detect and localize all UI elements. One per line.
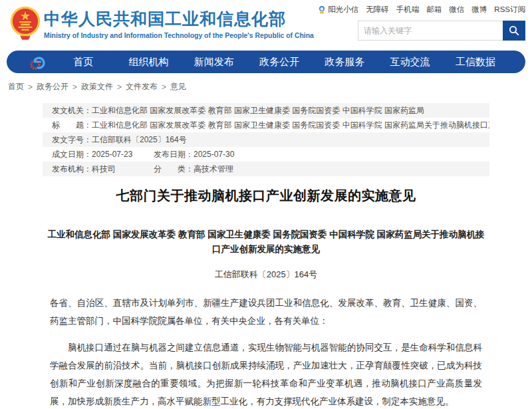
meta-label: 发文字号： <box>52 135 92 144</box>
document-container: 发文机关：工业和信息化部 国家发展改革委 教育部 国家卫生健康委 国务院国资委 … <box>43 103 489 409</box>
breadcrumb-separator: > <box>28 82 33 92</box>
utility-link-rss[interactable]: RSS订阅 <box>494 5 525 15</box>
site-title: 中华人民共和国工业和信息化部 <box>44 8 314 30</box>
paragraph-intro: 脑机接口通过在脑与机器之间建立信息通道，实现生物智能与机器智能的协同交互，是生命… <box>50 339 482 409</box>
meta-label: 分 类： <box>154 164 194 174</box>
meta-label: 发布日期： <box>154 150 194 159</box>
meta-label: 成文日期： <box>52 150 92 159</box>
nav-item-gov-disclosure[interactable]: 政务公开 <box>247 56 312 68</box>
breadcrumb-current-opinions: 意见 <box>170 81 186 92</box>
mascot-icon <box>318 5 326 14</box>
meta-value: 工业和信息化部 国家发展改革委 教育部 国家卫生健康委 国务院国资委 中国科学院… <box>92 120 489 130</box>
meta-row-issuing-authority: 发文机关：工业和信息化部 国家发展改革委 教育部 国家卫生健康委 国务院国资委 … <box>43 103 489 118</box>
meta-label: 标 题： <box>52 120 92 130</box>
header-utilities: 阳光小信 无障碍 手机端 邮箱 微信 微博 RSS订阅 <box>358 5 525 41</box>
meta-value: 2025-07-30 <box>194 150 234 159</box>
site-subtitle: Ministry of Industry and Information Tec… <box>44 32 314 39</box>
breadcrumb-home[interactable]: 首页 <box>8 81 24 92</box>
utility-link-mobile[interactable]: 手机端 <box>396 5 420 15</box>
document-title: 七部门关于推动脑机接口产业创新发展的实施意见 <box>43 187 489 205</box>
utility-links: 阳光小信 无障碍 手机端 邮箱 微信 微博 RSS订阅 <box>358 5 525 15</box>
breadcrumb-separator: > <box>162 82 166 92</box>
document-meta-table: 发文机关：工业和信息化部 国家发展改革委 教育部 国家卫生健康委 国务院国资委 … <box>43 103 489 176</box>
utility-link-sunshine[interactable]: 阳光小信 <box>318 5 358 15</box>
nav-item-news[interactable]: 新闻发布 <box>182 56 247 68</box>
document-number: 工信部联科〔2025〕164号 <box>43 269 489 281</box>
search-bar <box>358 21 525 41</box>
meta-value: 工信部联科〔2025〕164号 <box>92 135 187 144</box>
meta-row-title: 标 题：工业和信息化部 国家发展改革委 教育部 国家卫生健康委 国务院国资委 中… <box>43 118 489 132</box>
nav-item-interaction[interactable]: 互动交流 <box>377 56 442 68</box>
main-nav: 首页 组织机构 新闻发布 政务公开 政务服务 互动交流 工信数据 <box>7 51 525 73</box>
breadcrumb-gov-disclosure[interactable]: 政务公开 <box>37 81 68 92</box>
breadcrumb-separator: > <box>72 82 77 92</box>
site-header: 中华人民共和国工业和信息化部 Ministry of Industry and … <box>0 0 532 47</box>
meta-row-publisher-category: 发布机构：科技司分 类：高技术管理 <box>43 162 489 176</box>
meta-label: 发文机关： <box>52 106 92 115</box>
site-brand[interactable]: 中华人民共和国工业和信息化部 Ministry of Industry and … <box>44 8 314 39</box>
meta-row-dates: 成文日期：2025-07-23发布日期：2025-07-30 <box>43 147 489 162</box>
document-subtitle: 工业和信息化部 国家发展改革委 教育部 国家卫生健康委 国务院国资委 中国科学院… <box>43 227 489 257</box>
nav-item-home[interactable]: 首页 <box>51 56 116 68</box>
meta-row-doc-number: 发文字号：工信部联科〔2025〕164号 <box>43 132 489 147</box>
meta-value: 2025-07-23 <box>92 147 154 162</box>
meta-label: 发布机构： <box>52 164 92 174</box>
utility-link-wechat[interactable]: 微信 <box>449 5 464 15</box>
utility-link-weibo[interactable]: 微博 <box>471 5 487 15</box>
search-button[interactable] <box>503 21 525 41</box>
paragraph-addressees: 各省、自治区、直辖市及计划单列市、新疆生产建设兵团工业和信息化、发展改革、教育、… <box>50 294 482 330</box>
nav-item-organization[interactable]: 组织机构 <box>116 56 181 68</box>
utility-link-accessibility[interactable]: 无障碍 <box>366 5 389 15</box>
breadcrumb-file-release[interactable]: 文件发布 <box>126 81 158 92</box>
breadcrumb-separator: > <box>117 82 122 92</box>
breadcrumb-policy-files[interactable]: 政策文件 <box>81 81 113 92</box>
nav-item-gov-services[interactable]: 政务服务 <box>312 56 377 68</box>
breadcrumb: 首页 > 政务公开 > 政策文件 > 文件发布 > 意见 <box>8 81 532 92</box>
miit-swirl-icon <box>29 53 47 70</box>
national-emblem-icon <box>9 6 41 42</box>
utility-link-mail[interactable]: 邮箱 <box>426 5 442 15</box>
nav-item-miit-data[interactable]: 工信数据 <box>443 56 508 68</box>
meta-value: 高技术管理 <box>194 164 233 174</box>
document-body: 各省、自治区、直辖市及计划单列市、新疆生产建设兵团工业和信息化、发展改革、教育、… <box>43 294 489 409</box>
meta-value: 科技司 <box>92 162 154 176</box>
search-input[interactable] <box>358 21 503 41</box>
meta-value: 工业和信息化部 国家发展改革委 教育部 国家卫生健康委 国务院国资委 中国科学院… <box>92 106 424 115</box>
search-icon <box>509 25 519 36</box>
